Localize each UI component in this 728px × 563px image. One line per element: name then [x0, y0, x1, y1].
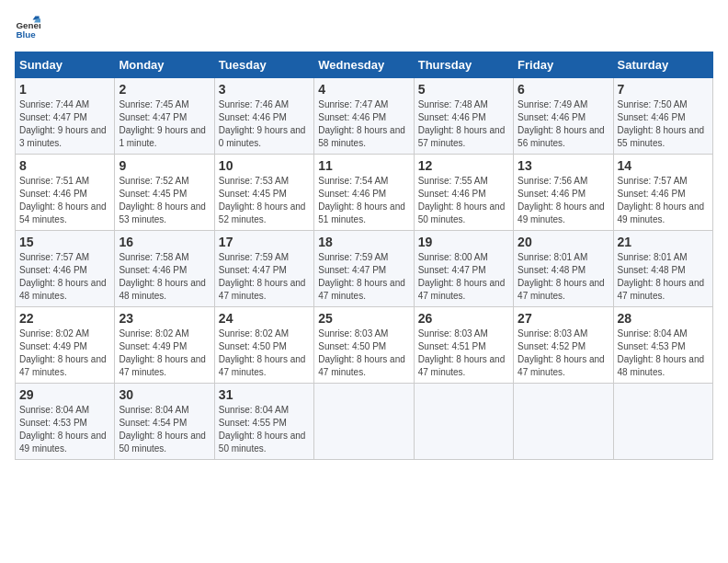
calendar-cell: 16Sunrise: 7:58 AMSunset: 4:46 PMDayligh… — [115, 231, 214, 307]
calendar-cell: 13Sunrise: 7:56 AMSunset: 4:46 PMDayligh… — [514, 155, 613, 231]
calendar-week-row: 22Sunrise: 8:02 AMSunset: 4:49 PMDayligh… — [16, 307, 713, 384]
day-info: Sunrise: 7:48 AMSunset: 4:46 PMDaylight:… — [418, 98, 509, 150]
logo-icon: General Blue — [15, 15, 40, 40]
day-info: Sunrise: 7:45 AMSunset: 4:47 PMDaylight:… — [119, 98, 210, 150]
calendar-cell — [414, 384, 513, 460]
calendar-cell: 20Sunrise: 8:01 AMSunset: 4:48 PMDayligh… — [514, 231, 613, 307]
calendar-cell: 17Sunrise: 7:59 AMSunset: 4:47 PMDayligh… — [214, 231, 313, 307]
header-friday: Friday — [514, 52, 613, 78]
calendar-cell — [613, 384, 712, 460]
day-info: Sunrise: 8:04 AMSunset: 4:55 PMDaylight:… — [219, 404, 310, 455]
calendar-cell: 28Sunrise: 8:04 AMSunset: 4:53 PMDayligh… — [613, 307, 712, 384]
day-info: Sunrise: 8:03 AMSunset: 4:51 PMDaylight:… — [418, 327, 509, 379]
day-info: Sunrise: 8:01 AMSunset: 4:48 PMDaylight:… — [518, 251, 609, 303]
header-saturday: Saturday — [613, 52, 712, 78]
calendar-cell: 31Sunrise: 8:04 AMSunset: 4:55 PMDayligh… — [214, 384, 313, 460]
day-info: Sunrise: 8:01 AMSunset: 4:48 PMDaylight:… — [618, 251, 709, 303]
day-info: Sunrise: 8:00 AMSunset: 4:47 PMDaylight:… — [418, 251, 509, 303]
header-monday: Monday — [115, 52, 214, 78]
calendar-cell: 8Sunrise: 7:51 AMSunset: 4:46 PMDaylight… — [16, 155, 115, 231]
day-number: 15 — [19, 235, 110, 249]
calendar-cell: 11Sunrise: 7:54 AMSunset: 4:46 PMDayligh… — [314, 155, 414, 231]
day-number: 5 — [418, 82, 509, 97]
day-info: Sunrise: 7:57 AMSunset: 4:46 PMDaylight:… — [618, 175, 709, 226]
day-number: 24 — [219, 311, 310, 326]
calendar-cell — [514, 384, 613, 460]
day-number: 2 — [119, 82, 210, 97]
calendar-cell: 25Sunrise: 8:03 AMSunset: 4:50 PMDayligh… — [314, 307, 414, 384]
calendar-week-row: 1Sunrise: 7:44 AMSunset: 4:47 PMDaylight… — [16, 78, 713, 155]
day-number: 6 — [518, 82, 609, 97]
day-number: 22 — [19, 311, 110, 326]
day-info: Sunrise: 8:04 AMSunset: 4:53 PMDaylight:… — [618, 327, 709, 379]
calendar-week-row: 8Sunrise: 7:51 AMSunset: 4:46 PMDaylight… — [16, 155, 713, 231]
calendar-cell: 30Sunrise: 8:04 AMSunset: 4:54 PMDayligh… — [115, 384, 214, 460]
day-number: 9 — [119, 158, 210, 173]
day-info: Sunrise: 7:59 AMSunset: 4:47 PMDaylight:… — [318, 251, 409, 303]
day-info: Sunrise: 7:53 AMSunset: 4:45 PMDaylight:… — [219, 175, 310, 226]
calendar-week-row: 29Sunrise: 8:04 AMSunset: 4:53 PMDayligh… — [16, 384, 713, 460]
day-number: 4 — [318, 82, 409, 97]
day-number: 21 — [618, 235, 709, 249]
calendar-cell: 29Sunrise: 8:04 AMSunset: 4:53 PMDayligh… — [16, 384, 115, 460]
day-number: 12 — [418, 158, 509, 173]
day-info: Sunrise: 7:58 AMSunset: 4:46 PMDaylight:… — [119, 251, 210, 303]
day-number: 10 — [219, 158, 310, 173]
day-number: 18 — [318, 235, 409, 249]
calendar-cell: 22Sunrise: 8:02 AMSunset: 4:49 PMDayligh… — [16, 307, 115, 384]
calendar-cell: 2Sunrise: 7:45 AMSunset: 4:47 PMDaylight… — [115, 78, 214, 155]
logo: General Blue — [15, 15, 44, 40]
day-number: 25 — [318, 311, 409, 326]
day-info: Sunrise: 8:04 AMSunset: 4:54 PMDaylight:… — [119, 404, 210, 455]
day-info: Sunrise: 7:49 AMSunset: 4:46 PMDaylight:… — [518, 98, 609, 150]
day-info: Sunrise: 7:59 AMSunset: 4:47 PMDaylight:… — [219, 251, 310, 303]
day-info: Sunrise: 8:02 AMSunset: 4:50 PMDaylight:… — [219, 327, 310, 379]
calendar-table: SundayMondayTuesdayWednesdayThursdayFrid… — [15, 52, 713, 460]
day-number: 17 — [219, 235, 310, 249]
calendar-header-row: SundayMondayTuesdayWednesdayThursdayFrid… — [16, 52, 713, 78]
day-number: 3 — [219, 82, 310, 97]
calendar-cell: 18Sunrise: 7:59 AMSunset: 4:47 PMDayligh… — [314, 231, 414, 307]
day-info: Sunrise: 7:46 AMSunset: 4:46 PMDaylight:… — [219, 98, 310, 150]
header-thursday: Thursday — [414, 52, 513, 78]
day-number: 11 — [318, 158, 409, 173]
day-info: Sunrise: 8:03 AMSunset: 4:52 PMDaylight:… — [518, 327, 609, 379]
day-number: 19 — [418, 235, 509, 249]
header-wednesday: Wednesday — [314, 52, 414, 78]
calendar-cell: 24Sunrise: 8:02 AMSunset: 4:50 PMDayligh… — [214, 307, 313, 384]
calendar-cell: 4Sunrise: 7:47 AMSunset: 4:46 PMDaylight… — [314, 78, 414, 155]
calendar-cell: 12Sunrise: 7:55 AMSunset: 4:46 PMDayligh… — [414, 155, 513, 231]
svg-text:Blue: Blue — [16, 29, 36, 40]
day-info: Sunrise: 8:02 AMSunset: 4:49 PMDaylight:… — [19, 327, 110, 379]
calendar-cell: 5Sunrise: 7:48 AMSunset: 4:46 PMDaylight… — [414, 78, 513, 155]
day-number: 28 — [618, 311, 709, 326]
day-number: 16 — [119, 235, 210, 249]
day-info: Sunrise: 7:50 AMSunset: 4:46 PMDaylight:… — [618, 98, 709, 150]
day-number: 29 — [19, 387, 110, 402]
day-number: 30 — [119, 387, 210, 402]
calendar-cell — [314, 384, 414, 460]
day-info: Sunrise: 7:44 AMSunset: 4:47 PMDaylight:… — [19, 98, 110, 150]
header-sunday: Sunday — [16, 52, 115, 78]
calendar-cell: 26Sunrise: 8:03 AMSunset: 4:51 PMDayligh… — [414, 307, 513, 384]
day-number: 7 — [618, 82, 709, 97]
day-number: 31 — [219, 387, 310, 402]
day-info: Sunrise: 7:55 AMSunset: 4:46 PMDaylight:… — [418, 175, 509, 226]
calendar-cell: 15Sunrise: 7:57 AMSunset: 4:46 PMDayligh… — [16, 231, 115, 307]
calendar-cell: 23Sunrise: 8:02 AMSunset: 4:49 PMDayligh… — [115, 307, 214, 384]
calendar-week-row: 15Sunrise: 7:57 AMSunset: 4:46 PMDayligh… — [16, 231, 713, 307]
day-info: Sunrise: 7:51 AMSunset: 4:46 PMDaylight:… — [19, 175, 110, 226]
calendar-cell: 9Sunrise: 7:52 AMSunset: 4:45 PMDaylight… — [115, 155, 214, 231]
calendar-cell: 27Sunrise: 8:03 AMSunset: 4:52 PMDayligh… — [514, 307, 613, 384]
calendar-cell: 3Sunrise: 7:46 AMSunset: 4:46 PMDaylight… — [214, 78, 313, 155]
day-info: Sunrise: 8:02 AMSunset: 4:49 PMDaylight:… — [119, 327, 210, 379]
day-info: Sunrise: 7:47 AMSunset: 4:46 PMDaylight:… — [318, 98, 409, 150]
calendar-cell: 10Sunrise: 7:53 AMSunset: 4:45 PMDayligh… — [214, 155, 313, 231]
calendar-cell: 14Sunrise: 7:57 AMSunset: 4:46 PMDayligh… — [613, 155, 712, 231]
day-number: 1 — [19, 82, 110, 97]
page-header: General Blue — [15, 15, 713, 40]
day-info: Sunrise: 8:04 AMSunset: 4:53 PMDaylight:… — [19, 404, 110, 455]
calendar-cell: 21Sunrise: 8:01 AMSunset: 4:48 PMDayligh… — [613, 231, 712, 307]
day-number: 13 — [518, 158, 609, 173]
day-number: 14 — [618, 158, 709, 173]
